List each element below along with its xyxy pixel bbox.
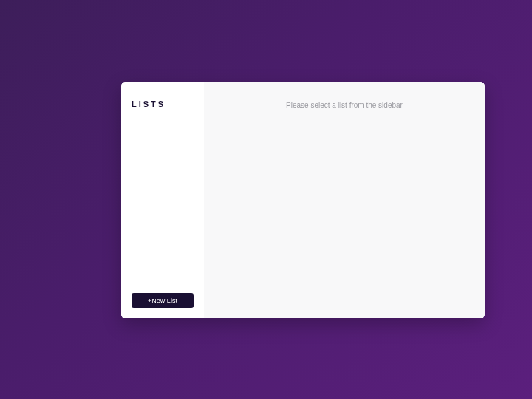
- main-panel: Please select a list from the sidebar: [204, 82, 485, 318]
- app-card: LISTS +New List Please select a list fro…: [121, 82, 485, 318]
- empty-state-message: Please select a list from the sidebar: [204, 101, 485, 109]
- sidebar: LISTS +New List: [121, 82, 204, 318]
- sidebar-title: LISTS: [132, 100, 194, 109]
- new-list-button[interactable]: +New List: [132, 293, 194, 308]
